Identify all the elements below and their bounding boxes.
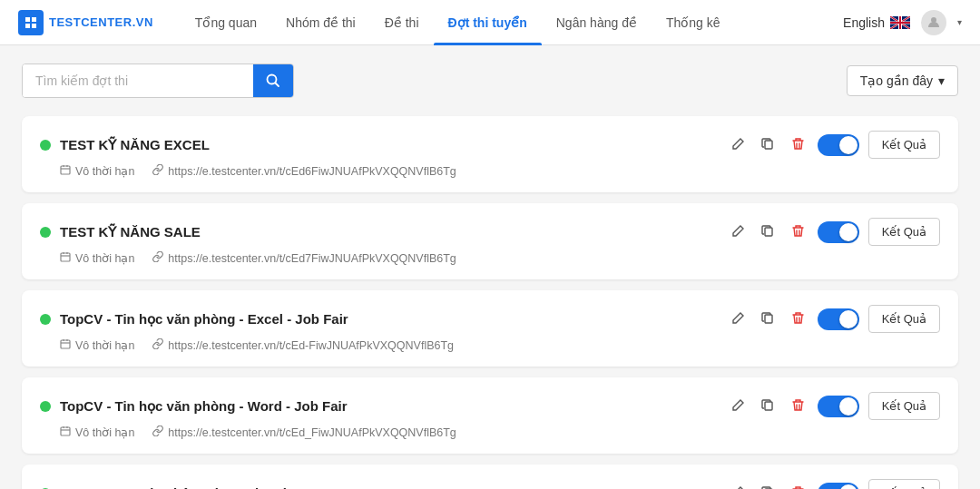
svg-rect-27 [61, 340, 70, 348]
link-icon-4 [152, 425, 163, 439]
card-item-3: TopCV - Tin học văn phòng - Excel - Job … [22, 290, 958, 367]
copy-icon-1[interactable] [758, 133, 779, 157]
sort-chevron-icon: ▾ [938, 73, 945, 88]
card-title-area-4: TopCV - Tin học văn phòng - Word - Job F… [40, 398, 348, 415]
card-actions-1: Kết Quả [728, 131, 940, 159]
svg-rect-31 [765, 402, 772, 410]
delete-icon-2[interactable] [788, 220, 808, 244]
card-actions-4: Kết Quả [728, 392, 940, 420]
status-dot-2 [40, 227, 51, 238]
meta-url-1: https://e.testcenter.vn/t/cEd6FiwJNUAfPk… [152, 164, 456, 178]
logo[interactable]: TESTCENTER.VN [18, 10, 153, 35]
link-icon-2 [152, 251, 163, 265]
card-header-1: TEST KỸ NĂNG EXCEL [40, 131, 940, 159]
nav-item-dot-thi-tuyen[interactable]: Đợt thi tuyển [434, 0, 542, 45]
card-title-5: TopCV - An toàn thông tin - Job Fair [60, 485, 292, 489]
user-dropdown-arrow[interactable]: ▾ [957, 17, 962, 27]
calendar-icon-3 [60, 338, 71, 352]
card-meta-2: Vô thời hạn https://e.testcenter.vn/t/cE… [40, 251, 940, 265]
card-item-2: TEST KỸ NĂNG SALE [22, 203, 958, 279]
search-bar: Tạo gần đây ▾ [22, 64, 958, 98]
card-title-area-5: TopCV - An toàn thông tin - Job Fair [40, 485, 292, 489]
meta-url-2: https://e.testcenter.vn/t/cEd7FiwJNUAfPk… [152, 251, 456, 265]
nav-item-ngan-hang-de[interactable]: Ngân hàng đề [542, 0, 652, 45]
result-button-2[interactable]: Kết Quả [868, 218, 940, 246]
calendar-icon-4 [60, 425, 71, 439]
delete-icon-3[interactable] [788, 308, 808, 331]
toggle-3[interactable] [818, 308, 859, 330]
card-header-5: TopCV - An toàn thông tin - Job Fair [40, 479, 940, 489]
header-right: English ▾ [843, 10, 962, 35]
card-title-3: TopCV - Tin học văn phòng - Excel - Job … [60, 311, 348, 328]
delete-icon-4[interactable] [788, 395, 808, 418]
svg-rect-3 [32, 24, 36, 28]
card-item-5: TopCV - An toàn thông tin - Job Fair [22, 465, 958, 489]
link-icon-3 [152, 338, 163, 352]
result-button-5[interactable]: Kết Quả [868, 479, 940, 489]
card-actions-2: Kết Quả [728, 218, 940, 246]
toggle-5[interactable] [818, 483, 859, 490]
svg-rect-16 [765, 141, 772, 149]
card-title-area-3: TopCV - Tin học văn phòng - Excel - Job … [40, 311, 348, 328]
nav-item-de-thi[interactable]: Đề thi [370, 0, 434, 45]
svg-rect-21 [765, 228, 772, 236]
logo-text: TESTCENTER.VN [49, 15, 153, 29]
result-button-3[interactable]: Kết Quả [868, 305, 940, 333]
edit-icon-3[interactable] [728, 308, 749, 331]
status-dot-1 [40, 140, 51, 151]
card-actions-3: Kết Quả [728, 305, 940, 333]
calendar-icon-2 [60, 251, 71, 265]
svg-rect-0 [25, 17, 30, 22]
delete-icon-1[interactable] [788, 133, 808, 157]
edit-icon-4[interactable] [728, 395, 749, 418]
edit-icon-2[interactable] [728, 220, 749, 244]
search-input[interactable] [23, 64, 253, 97]
link-icon-1 [152, 164, 163, 178]
copy-icon-2[interactable] [758, 220, 779, 244]
delete-icon-5[interactable] [788, 482, 808, 490]
sort-selector[interactable]: Tạo gần đây ▾ [847, 65, 958, 96]
card-meta-3: Vô thời hạn https://e.testcenter.vn/t/cE… [40, 338, 940, 352]
card-item-1: TEST KỸ NĂNG EXCEL [22, 116, 958, 192]
nav-item-thong-ke[interactable]: Thống kê [652, 0, 735, 45]
meta-date-2: Vô thời hạn [60, 251, 134, 265]
search-wrapper [22, 64, 294, 98]
main-nav: Tổng quanNhóm đề thiĐề thiĐợt thi tuyểnN… [181, 0, 843, 45]
card-title-area-1: TEST KỸ NĂNG EXCEL [40, 137, 210, 153]
meta-url-4: https://e.testcenter.vn/t/cEd_FiwJNUAfPk… [152, 425, 456, 439]
edit-icon-1[interactable] [728, 133, 749, 157]
card-meta-4: Vô thời hạn https://e.testcenter.vn/t/cE… [40, 425, 940, 439]
status-dot-3 [40, 314, 51, 325]
nav-item-nhom-de-thi[interactable]: Nhóm đề thi [271, 0, 370, 45]
card-title-4: TopCV - Tin học văn phòng - Word - Job F… [60, 398, 348, 415]
search-button[interactable] [253, 64, 293, 97]
svg-rect-17 [61, 166, 70, 174]
copy-icon-3[interactable] [758, 308, 779, 331]
result-button-1[interactable]: Kết Quả [868, 131, 940, 159]
flag-icon [890, 16, 910, 29]
copy-icon-4[interactable] [758, 395, 779, 418]
card-header-2: TEST KỸ NĂNG SALE [40, 218, 940, 246]
language-selector[interactable]: English [843, 15, 910, 30]
svg-rect-12 [899, 16, 901, 29]
toggle-4[interactable] [818, 396, 859, 417]
card-title-area-2: TEST KỸ NĂNG SALE [40, 224, 201, 240]
svg-rect-32 [61, 427, 70, 435]
lang-label: English [843, 15, 885, 30]
card-header-4: TopCV - Tin học văn phòng - Word - Job F… [40, 392, 940, 420]
logo-icon [18, 10, 44, 35]
toggle-2[interactable] [818, 221, 859, 243]
main-content: Tạo gần đây ▾ TEST KỸ NĂNG EXCEL [0, 45, 980, 489]
card-title-1: TEST KỸ NĂNG EXCEL [60, 137, 210, 153]
user-avatar[interactable] [921, 10, 946, 35]
card-item-4: TopCV - Tin học văn phòng - Word - Job F… [22, 377, 958, 454]
sort-label: Tạo gần đây [860, 73, 933, 88]
card-actions-5: Kết Quả [728, 479, 940, 489]
edit-icon-5[interactable] [728, 482, 749, 490]
card-header-3: TopCV - Tin học văn phòng - Excel - Job … [40, 305, 940, 333]
copy-icon-5[interactable] [758, 482, 779, 490]
nav-item-tong-quan[interactable]: Tổng quan [181, 0, 271, 45]
toggle-1[interactable] [818, 134, 859, 156]
result-button-4[interactable]: Kết Quả [868, 392, 940, 420]
svg-rect-26 [765, 315, 772, 323]
